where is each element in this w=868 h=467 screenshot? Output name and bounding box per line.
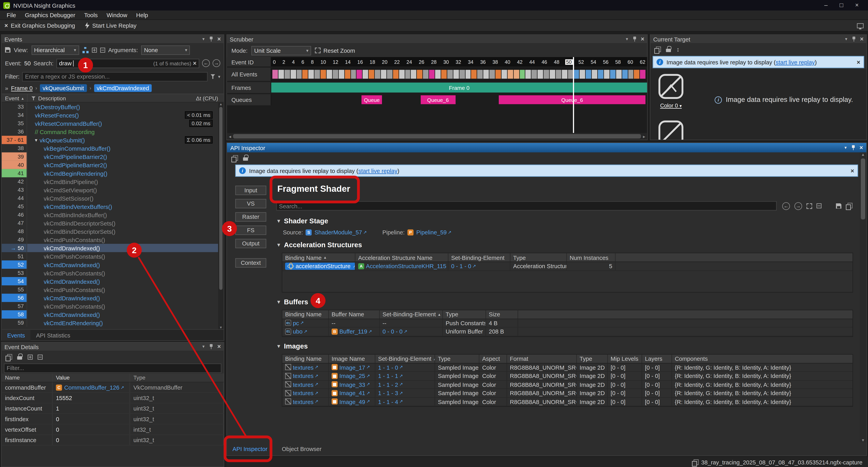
link[interactable]: Image_33↗ bbox=[339, 381, 370, 388]
close-icon[interactable]: × bbox=[217, 36, 221, 42]
detail-row[interactable]: firstInstance0uint32_t bbox=[2, 435, 223, 445]
nav-forward-icon[interactable]: → bbox=[795, 202, 802, 210]
event-row[interactable]: 53vkCmdPushConstants() bbox=[2, 269, 218, 277]
ruler-tick[interactable]: 36 bbox=[480, 59, 486, 64]
link[interactable]: 0 - 0 - 0↗ bbox=[382, 328, 407, 335]
ruler-tick[interactable]: 34 bbox=[468, 59, 473, 64]
event-bar[interactable] bbox=[320, 70, 326, 79]
scrubber-scrollbar[interactable]: ◄ ► bbox=[227, 133, 647, 140]
menu-item-graphics-debugger[interactable]: Graphics Debugger bbox=[21, 10, 80, 20]
pin-icon[interactable] bbox=[850, 145, 856, 151]
ruler-tick[interactable]: 44 bbox=[529, 59, 535, 64]
depth-attachment-thumbnail[interactable] bbox=[656, 118, 686, 140]
ruler-tick[interactable]: 42 bbox=[517, 59, 523, 64]
chevron-down-icon[interactable]: ▾ bbox=[845, 36, 847, 41]
type-column-header[interactable]: Type bbox=[130, 373, 223, 382]
event-bar[interactable] bbox=[351, 70, 356, 79]
expand-all-icon[interactable] bbox=[92, 48, 96, 52]
event-row[interactable]: 57vkCmdPushConstants() bbox=[2, 302, 218, 310]
event-bar[interactable] bbox=[532, 70, 537, 79]
link[interactable]: textures↗ bbox=[293, 381, 318, 388]
tab-api-inspector[interactable]: API Inspector bbox=[232, 445, 268, 452]
event-row[interactable]: 47vkCmdBindDescriptorSets() bbox=[2, 219, 218, 227]
start-live-replay-link[interactable]: start live replay bbox=[776, 59, 815, 65]
link[interactable]: textures↗ bbox=[293, 389, 318, 396]
exit-graphics-debugging-button[interactable]: × Exit Graphics Debugging bbox=[4, 22, 75, 29]
link[interactable]: Image_25↗ bbox=[339, 372, 370, 379]
chevron-down-icon[interactable]: ▾ bbox=[626, 36, 628, 41]
event-bar[interactable] bbox=[610, 70, 616, 79]
reset-zoom-button[interactable]: Reset Zoom bbox=[315, 47, 355, 54]
event-bar[interactable] bbox=[278, 70, 284, 79]
event-bar[interactable] bbox=[586, 70, 591, 79]
event-bar[interactable] bbox=[640, 70, 646, 79]
inspector-scrollbar[interactable]: ▲▼ bbox=[860, 152, 866, 442]
ruler-tick[interactable]: 18 bbox=[370, 59, 375, 64]
event-row[interactable]: 59vkCmdEndRendering() bbox=[2, 319, 218, 327]
breadcrumb-chip-drawindexed[interactable]: vkCmdDrawIndexed bbox=[94, 84, 152, 92]
copy-icon[interactable] bbox=[231, 155, 238, 161]
event-bar[interactable] bbox=[501, 70, 507, 79]
event-row[interactable]: 44vkCmdSetScissor() bbox=[2, 194, 218, 202]
event-bar[interactable] bbox=[550, 70, 555, 79]
duration-column-header[interactable]: Δt (CPU) bbox=[188, 95, 224, 101]
ruler-tick[interactable]: 38 bbox=[492, 59, 498, 64]
column-header[interactable]: Format bbox=[507, 354, 577, 363]
event-row[interactable]: 43vkCmdSetViewport() bbox=[2, 185, 218, 194]
breadcrumb-frame-link[interactable]: Frame 0 bbox=[11, 85, 33, 91]
detail-row[interactable]: firstIndex0uint32_t bbox=[2, 414, 223, 425]
collapse-all-icon[interactable] bbox=[38, 354, 42, 359]
event-bar[interactable] bbox=[369, 70, 374, 79]
ruler-tick[interactable]: 12 bbox=[333, 59, 338, 64]
ruler-tick[interactable]: 24 bbox=[406, 59, 412, 64]
event-bar[interactable] bbox=[339, 70, 344, 79]
column-header[interactable]: Binding Name bbox=[282, 354, 329, 363]
ruler-tick[interactable]: 30 bbox=[443, 59, 449, 64]
event-bar[interactable] bbox=[562, 70, 567, 79]
event-bar[interactable] bbox=[435, 70, 441, 79]
column-header[interactable]: Type bbox=[510, 253, 567, 261]
table-row[interactable]: ubo↗Buffer_119↗0 - 0 - 0↗Uniform Buffer2… bbox=[282, 327, 852, 336]
event-bar[interactable] bbox=[465, 70, 471, 79]
close-button[interactable]: × bbox=[849, 0, 865, 10]
event-bar[interactable] bbox=[411, 70, 416, 79]
column-header[interactable]: Buffer Name bbox=[329, 310, 380, 318]
save-icon[interactable] bbox=[836, 203, 841, 208]
ruler-tick[interactable]: 22 bbox=[394, 59, 400, 64]
details-filter-input[interactable] bbox=[4, 363, 221, 373]
inspector-nav-raster[interactable]: Raster bbox=[235, 212, 266, 222]
event-bar[interactable] bbox=[441, 70, 446, 79]
column-header[interactable]: Size bbox=[486, 310, 518, 318]
filter-input[interactable] bbox=[22, 72, 208, 81]
link[interactable]: 1 - 1 - 4↗ bbox=[378, 398, 403, 405]
nav-back-icon[interactable]: ← bbox=[782, 202, 790, 210]
column-header[interactable]: Image Name bbox=[329, 354, 375, 363]
event-bar[interactable] bbox=[375, 70, 380, 79]
event-row[interactable]: 33vkDestroyBuffer() bbox=[2, 103, 218, 111]
event-bar[interactable] bbox=[273, 70, 278, 79]
event-row[interactable]: 52vkCmdDrawIndexed() bbox=[2, 260, 218, 269]
event-bar[interactable] bbox=[327, 70, 332, 79]
link[interactable]: Image_41↗ bbox=[339, 389, 370, 396]
ruler-tick[interactable]: 0 bbox=[273, 59, 276, 64]
table-row[interactable]: textures↗Image_41↗1 - 1 - 3↗Sampled Imag… bbox=[282, 389, 852, 398]
ruler-tick[interactable]: 56 bbox=[603, 59, 609, 64]
event-bar[interactable] bbox=[471, 70, 477, 79]
event-bar[interactable] bbox=[423, 70, 429, 79]
column-header[interactable]: Layers bbox=[642, 354, 672, 363]
menu-item-file[interactable]: File bbox=[2, 10, 20, 20]
collapse-all-icon[interactable] bbox=[100, 48, 105, 52]
link[interactable]: 0 - 1 - 0↗ bbox=[451, 263, 476, 269]
copy-icon[interactable] bbox=[846, 203, 852, 209]
event-row[interactable]: 51vkCmdPushConstants() bbox=[2, 252, 218, 260]
ruler-tick[interactable]: 26 bbox=[419, 59, 424, 64]
event-row[interactable]: 46vkCmdBindIndexBuffer() bbox=[2, 210, 218, 219]
link[interactable]: textures↗ bbox=[293, 398, 318, 405]
event-bar[interactable] bbox=[303, 70, 308, 79]
event-bar[interactable] bbox=[568, 70, 573, 79]
close-icon[interactable]: × bbox=[217, 344, 221, 350]
description-column-header[interactable]: Description bbox=[27, 94, 188, 102]
event-bar[interactable] bbox=[622, 70, 627, 79]
event-column-header[interactable]: Event▲ bbox=[2, 95, 27, 101]
lock-icon[interactable] bbox=[17, 353, 23, 360]
